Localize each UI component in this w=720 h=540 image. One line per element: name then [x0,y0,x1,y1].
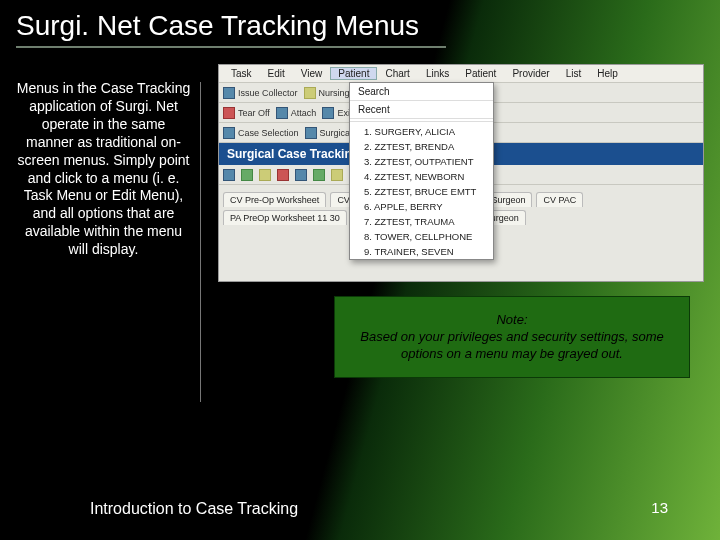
toolbar-icon-2[interactable] [259,169,271,181]
menu-links[interactable]: Links [418,67,457,80]
slide: Surgi. Net Case Tracking Menus Menus in … [0,0,720,540]
dropdown-item-3[interactable]: 4. ZZTEST, NEWBORN [350,169,493,184]
menu-chart[interactable]: Chart [377,67,417,80]
tab-cv-pac[interactable]: CV PAC [536,192,583,207]
title-underline [16,46,446,48]
toolbar-icon-0[interactable] [223,169,235,181]
surgical-case-tracking-icon [305,127,317,139]
dropdown-item-5[interactable]: 6. APPLE, BERRY [350,199,493,214]
app-screenshot: TaskEditViewPatientChartLinksPatientProv… [218,64,704,282]
menu-edit[interactable]: Edit [260,67,293,80]
vertical-divider [200,82,201,402]
dropdown-search[interactable]: Search [350,83,493,101]
toolbar3-item-0[interactable]: Case Selection [223,127,299,139]
dropdown-item-7[interactable]: 8. TOWER, CELLPHONE [350,229,493,244]
attach-icon [276,107,288,119]
dropdown-item-1[interactable]: 2. ZZTEST, BRENDA [350,139,493,154]
case-selection-icon [223,127,235,139]
dropdown-item-2[interactable]: 3. ZZTEST, OUTPATIENT [350,154,493,169]
toolbar3-label: Case Selection [238,128,299,138]
dropdown-item-4[interactable]: 5. ZZTEST, BRUCE EMTT [350,184,493,199]
tab-cv-pre-op-worksheet[interactable]: CV Pre-Op Worksheet [223,192,326,207]
nursing-policies-icon [304,87,316,99]
toolbar2-item-2[interactable]: Exit [322,107,352,119]
menu-provider[interactable]: Provider [504,67,557,80]
menu-list[interactable]: List [558,67,590,80]
page-title: Surgi. Net Case Tracking Menus [16,6,446,44]
toolbar2-item-0[interactable]: Tear Off [223,107,270,119]
note-title: Note: [496,312,527,328]
footer-title: Introduction to Case Tracking [90,500,298,518]
toolbar-icon-6[interactable] [331,169,343,181]
menubar: TaskEditViewPatientChartLinksPatientProv… [219,65,703,83]
exit-icon [322,107,334,119]
body-text: Menus in the Case Tracking application o… [16,80,191,259]
tear-off-icon [223,107,235,119]
toolbar2-label: Attach [291,108,317,118]
title-area: Surgi. Net Case Tracking Menus [16,6,446,48]
toolbar-icon-3[interactable] [277,169,289,181]
page-number: 13 [651,499,668,516]
toolbar-icon-5[interactable] [313,169,325,181]
toolbar-icon-1[interactable] [241,169,253,181]
menu-patient[interactable]: Patient [457,67,504,80]
tab-pa-preop-worksheet-11-30[interactable]: PA PreOp Worksheet 11 30 [223,210,347,225]
menu-view[interactable]: View [293,67,331,80]
toolbar1-label: Issue Collector [238,88,298,98]
patient-dropdown[interactable]: Search Recent 1. SURGERY, ALICIA2. ZZTES… [349,82,494,260]
note-box: Note: Based on your privileges and secur… [334,296,690,378]
dropdown-item-8[interactable]: 9. TRAINER, SEVEN [350,244,493,259]
dropdown-item-0[interactable]: 1. SURGERY, ALICIA [350,124,493,139]
toolbar2-label: Tear Off [238,108,270,118]
menu-task[interactable]: Task [223,67,260,80]
issue-collector-icon [223,87,235,99]
note-body: Based on your privileges and security se… [349,329,675,362]
toolbar-icon-4[interactable] [295,169,307,181]
dropdown-recent[interactable]: Recent [350,101,493,119]
menu-help[interactable]: Help [589,67,626,80]
menu-patient[interactable]: Patient [330,67,377,80]
toolbar1-item-0[interactable]: Issue Collector [223,87,298,99]
dropdown-separator [350,121,493,122]
dropdown-item-6[interactable]: 7. ZZTEST, TRAUMA [350,214,493,229]
toolbar2-item-1[interactable]: Attach [276,107,317,119]
